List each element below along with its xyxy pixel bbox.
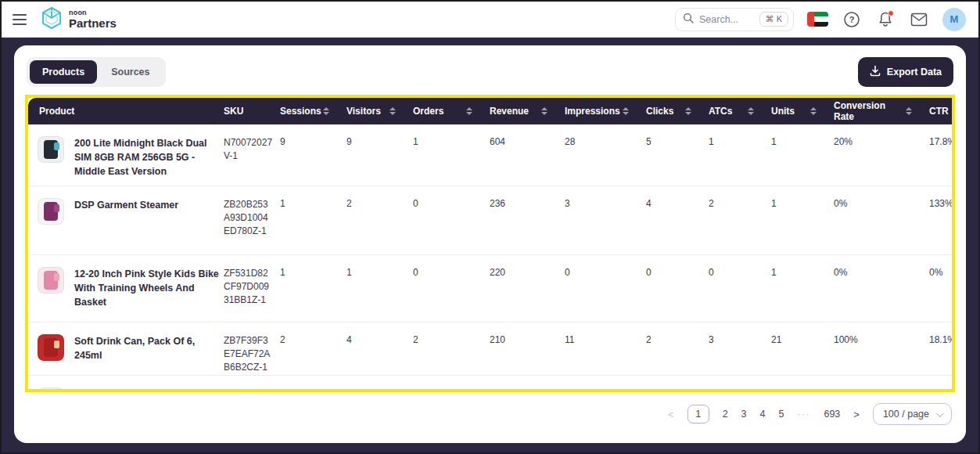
column-label: SKU	[224, 106, 243, 117]
sort-icon[interactable]	[685, 107, 691, 115]
search-placeholder: Search...	[699, 14, 754, 25]
menu-icon[interactable]	[13, 14, 27, 25]
atcs-cell: 0	[709, 254, 771, 322]
orders-cell: 0	[413, 186, 490, 254]
revenue-cell: 236	[490, 186, 565, 254]
page-693[interactable]: 693	[824, 409, 840, 420]
column-header-revenue[interactable]: Revenue	[490, 98, 565, 124]
sort-icon[interactable]	[323, 107, 329, 115]
product-title: DSP Garment Steamer	[74, 198, 178, 212]
main-content: ProductsSources Export Data	[2, 38, 978, 452]
sessions-cell: 1	[280, 186, 346, 254]
atcs-cell: 2	[709, 186, 771, 254]
column-header-product: Product	[28, 98, 224, 124]
pagination: < 12345···693 > 100 / page	[25, 403, 955, 425]
clicks-cell: 5	[646, 124, 709, 186]
sku-cell: N70072027V-1	[224, 124, 280, 186]
impressions-cell: 3	[565, 186, 646, 254]
clicks-cell: 4	[646, 186, 709, 254]
impressions-cell	[565, 375, 646, 389]
user-avatar[interactable]: M	[942, 8, 966, 31]
page-4[interactable]: 4	[760, 409, 766, 420]
sort-icon[interactable]	[810, 107, 817, 115]
product-title: 200 Lite Midnight Black Dual SIM 8GB RAM…	[74, 136, 219, 178]
atcs-cell: 3	[709, 322, 771, 375]
page-3[interactable]: 3	[741, 409, 747, 420]
column-header-units[interactable]: Units	[771, 98, 834, 124]
column-label: Visitors	[346, 106, 381, 117]
soft-drink-can-thumbnail	[38, 334, 64, 361]
clicks-cell: 0	[646, 254, 709, 322]
page-2[interactable]: 2	[723, 409, 728, 420]
notifications-bell-icon[interactable]	[875, 9, 896, 30]
tab-sources[interactable]: Sources	[99, 60, 162, 84]
units-cell: 21	[771, 322, 834, 375]
table-header-row: ProductSKUSessionsVisitorsOrdersRevenueI…	[28, 98, 952, 124]
sort-icon[interactable]	[541, 107, 547, 115]
export-data-button[interactable]: Export Data	[858, 57, 953, 87]
sku-cell: ZB20B253A93D1004ED780Z-1	[224, 186, 280, 254]
ctr-cell: 0%	[929, 254, 952, 322]
column-header-visitors[interactable]: Visitors	[346, 98, 413, 124]
column-label: Units	[771, 106, 795, 117]
column-header-conversion_rate[interactable]: Conversion Rate	[834, 98, 929, 124]
pagination-prev-icon[interactable]: <	[668, 409, 674, 420]
sort-icon[interactable]	[748, 107, 754, 115]
sort-icon[interactable]	[389, 107, 396, 115]
content-card: ProductsSources Export Data	[14, 45, 966, 443]
noon-partners-logo[interactable]: noon Partners	[41, 6, 117, 33]
column-label: Clicks	[646, 106, 673, 117]
top-header-bar: noon Partners Search... ⌘ K ?	[2, 2, 978, 38]
table-row[interactable]: 200 Lite Midnight Black Dual SIM 8GB RAM…	[28, 124, 952, 186]
orders-cell: 0	[413, 254, 490, 322]
page-size-select[interactable]: 100 / page	[873, 403, 952, 425]
column-header-atcs[interactable]: ATCs	[709, 98, 771, 124]
help-icon[interactable]: ?	[842, 9, 862, 30]
sort-icon[interactable]	[623, 107, 629, 115]
column-header-sessions[interactable]: Sessions	[280, 98, 346, 124]
download-icon	[870, 65, 881, 79]
toolbar: ProductsSources Export Data	[25, 56, 955, 87]
column-header-impressions[interactable]: Impressions	[565, 98, 646, 124]
column-label: Product	[39, 106, 74, 117]
table-row[interactable]: Spooky Hanging Witch with Light-Up Eyes …	[28, 375, 952, 389]
impressions-cell: 0	[565, 254, 646, 322]
tab-group: ProductsSources	[27, 57, 166, 87]
atcs-cell: 1	[709, 124, 771, 186]
column-label: Orders	[413, 106, 443, 117]
column-header-ctr[interactable]: CTR	[929, 98, 952, 124]
visitors-cell	[346, 375, 413, 389]
sort-icon[interactable]	[466, 107, 472, 115]
units-cell	[771, 375, 834, 389]
page-1[interactable]: 1	[687, 405, 709, 423]
brand-bottom-label: Partners	[69, 17, 117, 29]
table-row[interactable]: 12-20 Inch Pink Style Kids Bike With Tra…	[28, 254, 952, 322]
column-header-clicks[interactable]: Clicks	[646, 98, 709, 124]
pagination-next-icon[interactable]: >	[853, 409, 860, 420]
visitors-cell: 4	[346, 322, 413, 375]
column-label: ATCs	[709, 106, 732, 117]
ctr-cell: 17.8%	[929, 124, 952, 186]
column-label: Sessions	[280, 106, 321, 117]
column-label: Revenue	[490, 106, 529, 117]
page-5[interactable]: 5	[779, 409, 784, 420]
clicks-cell: 2	[646, 322, 709, 375]
search-icon	[683, 13, 694, 27]
table-row[interactable]: DSP Garment SteamerZB20B253A93D1004ED780…	[28, 186, 952, 254]
search-input[interactable]: Search... ⌘ K	[675, 8, 794, 31]
pagination-pages: 12345···693	[687, 405, 841, 423]
column-header-orders[interactable]: Orders	[413, 98, 490, 124]
products-table-container: ProductSKUSessionsVisitorsOrdersRevenueI…	[28, 98, 952, 389]
table-row[interactable]: Soft Drink Can, Pack Of 6, 245mlZB7F39F3…	[28, 322, 952, 375]
chevron-down-icon	[936, 409, 944, 417]
column-header-sku: SKU	[224, 98, 280, 124]
conversion_rate-cell: 0%	[834, 186, 929, 254]
column-label: Impressions	[565, 106, 620, 117]
witch-thumbnail	[38, 387, 64, 389]
revenue-cell: 210	[490, 322, 565, 375]
sort-icon[interactable]	[906, 107, 912, 115]
mail-icon[interactable]	[909, 9, 929, 30]
conversion_rate-cell: 0%	[834, 254, 929, 322]
tab-products[interactable]: Products	[30, 60, 97, 84]
ctr-cell: 133%	[929, 186, 952, 254]
